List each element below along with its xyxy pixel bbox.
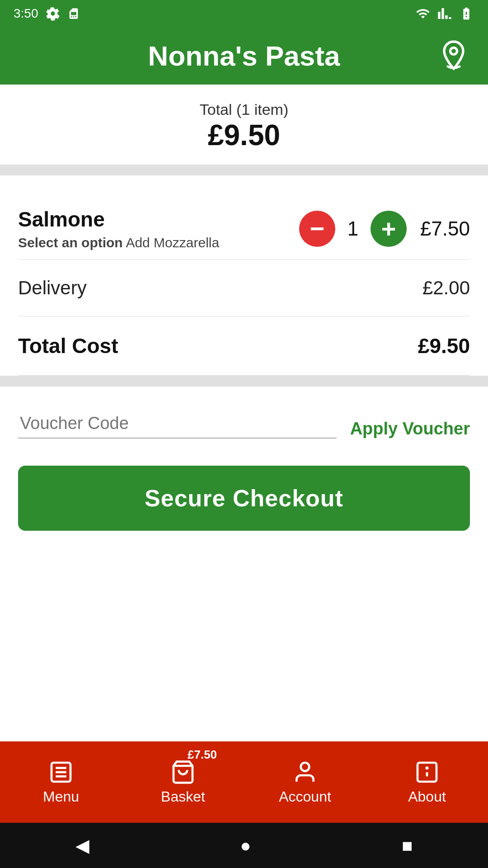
total-cost-row: Total Cost £9.50: [18, 316, 470, 376]
checkout-section: Secure Checkout: [0, 452, 488, 549]
svg-point-6: [301, 763, 310, 771]
menu-icon: [48, 760, 74, 785]
voucher-input[interactable]: [18, 409, 337, 438]
settings-icon: [46, 6, 60, 21]
system-nav: ◀ ● ■: [0, 823, 488, 868]
delivery-row: Delivery £2.00: [18, 260, 470, 316]
app-header: Nonna's Pasta: [0, 27, 488, 85]
divider-top: [0, 165, 488, 175]
sim-icon: [67, 6, 80, 21]
cart-section: Salmone Select an option Add Mozzarella …: [0, 175, 488, 376]
total-cost-label: Total Cost: [18, 334, 118, 358]
nav-label-menu: Menu: [43, 788, 79, 805]
home-button[interactable]: ●: [240, 835, 251, 856]
cart-item-info: Salmone Select an option Add Mozzarella: [18, 207, 299, 250]
app-title: Nonna's Pasta: [148, 40, 340, 72]
cart-item-option-label: Select an option: [18, 235, 123, 250]
cart-item-quantity: 1: [346, 217, 360, 240]
nav-item-about[interactable]: About: [366, 741, 488, 823]
back-button[interactable]: ◀: [75, 835, 89, 856]
nav-item-account[interactable]: Account: [244, 741, 366, 823]
divider-bottom: [0, 376, 488, 387]
nav-item-basket[interactable]: £7.50 Basket: [122, 741, 244, 823]
nav-item-menu[interactable]: Menu: [0, 741, 122, 823]
location-icon[interactable]: [437, 39, 470, 73]
total-amount: £9.50: [9, 118, 479, 152]
cart-item-price: £7.50: [407, 217, 470, 240]
total-summary: Total (1 item) £9.50: [0, 85, 488, 165]
delivery-price: £2.00: [422, 277, 470, 299]
cart-item-name: Salmone: [18, 207, 299, 231]
voucher-input-wrapper: [18, 409, 337, 439]
cart-item-option: Select an option Add Mozzarella: [18, 235, 299, 250]
plus-symbol: +: [381, 216, 396, 241]
nav-label-account: Account: [279, 788, 331, 805]
bottom-nav: Menu £7.50 Basket Account About: [0, 741, 488, 823]
secure-checkout-button[interactable]: Secure Checkout: [18, 466, 470, 531]
minus-symbol: −: [310, 216, 325, 241]
about-icon: [414, 760, 440, 785]
cart-item: Salmone Select an option Add Mozzarella …: [18, 193, 470, 260]
nav-label-basket: Basket: [161, 788, 205, 805]
recents-button[interactable]: ■: [402, 835, 413, 856]
apply-voucher-button[interactable]: Apply Voucher: [350, 419, 470, 439]
basket-badge: £7.50: [188, 748, 217, 762]
decrease-qty-button[interactable]: −: [299, 211, 335, 247]
cart-item-controls: − 1 +: [299, 211, 407, 247]
account-icon: [292, 760, 318, 785]
svg-point-0: [450, 47, 457, 54]
nav-label-about: About: [408, 788, 446, 805]
cart-item-option-value: Add Mozzarella: [126, 235, 219, 250]
wifi-icon: [415, 6, 431, 21]
increase-qty-button[interactable]: +: [371, 211, 407, 247]
signal-icon: [437, 6, 452, 21]
total-cost-value: £9.50: [418, 334, 470, 358]
battery-icon: [458, 6, 474, 21]
delivery-label: Delivery: [18, 277, 87, 299]
status-bar: 3:50: [0, 0, 488, 27]
status-time: 3:50: [14, 6, 38, 21]
basket-icon: [170, 760, 196, 785]
total-label: Total (1 item): [9, 101, 479, 118]
voucher-section: Apply Voucher: [0, 387, 488, 452]
